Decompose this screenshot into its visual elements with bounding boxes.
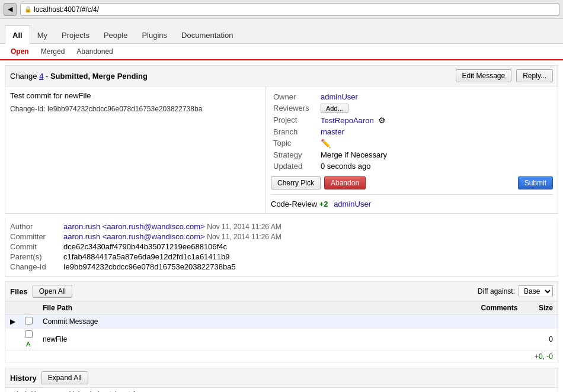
author-row: Author aaron.rush <aaron.rush@wandisco.c… [10,222,553,231]
diff-against-label: Diff against: [478,287,515,295]
back-icon: ◀ [8,5,12,13]
url-bar[interactable]: 🔒 localhost:4007/#/c/4/ [20,3,559,16]
row-arrow[interactable]: ▶ [5,315,21,329]
history-action-0: Uploaded patch set 1. [65,388,558,392]
diff-against-select[interactable]: Base [519,285,553,297]
url-text: localhost:4007/#/c/4/ [34,5,99,14]
change-detail: Test commit for newFile Change-Id: Ie9bb… [5,86,558,214]
row-checkbox[interactable] [25,317,33,324]
commit-msg-path[interactable]: Commit Message [38,315,475,329]
author-date: Nov 11, 2014 11:26 AM [207,223,281,231]
edit-message-button[interactable]: Edit Message [456,69,512,82]
expand-all-button[interactable]: Expand All [41,371,88,384]
sub-nav-abandoned[interactable]: Abandoned [71,45,119,58]
file-comments [475,329,523,351]
nav-item-projects[interactable]: Projects [55,26,97,43]
owner-row: Owner adminUser [271,91,553,102]
committer-value: aaron.rush <aaron.rush@wandisco.com> Nov… [63,232,553,241]
vote-label: Code-Review [271,200,317,208]
files-title: Files [10,287,28,296]
updated-row: Updated 0 seconds ago [271,160,553,172]
file-status-badge: A [26,340,30,348]
project-label: Project [271,114,318,126]
committer-link[interactable]: aaron.rush <aaron.rush@wandisco.com> [63,232,205,241]
commit-row: Commit dce62c3430aff4790b44b35071219ee68… [10,242,553,251]
row-checkbox-cell-2: A [20,329,38,351]
nav-item-my[interactable]: My [30,26,55,43]
history-title: History [10,374,37,383]
nav-item-all[interactable]: All [5,25,30,44]
gear-icon[interactable]: ⚙ [378,115,386,125]
history-section-header: History Expand All [5,368,558,388]
lock-icon: 🔒 [24,6,31,12]
nav-item-people[interactable]: People [97,26,135,43]
file-size: 0 [523,329,558,351]
change-status: Submitted, Merge Pending [50,72,148,81]
size-col-header: Size [523,301,558,315]
reply-button[interactable]: Reply... [516,69,553,82]
file-table-header: File Path Comments Size [5,301,558,315]
branch-row: Branch master [271,126,553,137]
sub-nav-merged[interactable]: Merged [35,45,71,58]
owner-label: Owner [271,91,318,102]
add-reviewer-button[interactable]: Add... [321,104,348,113]
strategy-label: Strategy [271,149,318,160]
nav-item-documentation[interactable]: Documentation [174,26,240,43]
table-row: ▶ Commit Message [5,315,558,329]
edit-topic-icon[interactable]: ✏️ [321,139,331,148]
checkbox-col-header [20,301,38,315]
divider [271,194,553,195]
change-number-link[interactable]: 4 [39,72,43,81]
updated-label: Updated [271,160,318,172]
reviewers-row: Reviewers Add... [271,102,553,114]
branch-label: Branch [271,126,318,137]
comments-col-header: Comments [475,301,523,315]
sub-nav: Open Merged Abandoned [0,44,563,60]
nav-item-plugins[interactable]: Plugins [135,26,174,43]
row-checkbox-2[interactable] [25,330,33,338]
row-arrow-empty [5,329,21,351]
strategy-row: Strategy Merge if Necessary [271,149,553,160]
vote-value: +2 [319,200,328,208]
history-table: adminUser Uploaded patch set 1. adminUse… [5,388,558,392]
commit-label: Commit [10,242,63,251]
change-header: Change 4 - Submitted, Merge Pending Edit… [5,65,558,86]
parents-row: Parent(s) c1fab4884417a5a87e6da9e12d2fd1… [10,252,553,261]
committer-label: Committer [10,232,63,241]
commit-value: dce62c3430aff4790b44b35071219ee688106f4c [63,242,553,251]
reviewers-label: Reviewers [271,102,318,114]
parents-value: c1fab4884417a5a87e6da9e12d2fd1c1a61411b9 [63,252,553,261]
vote-line: Code-Review +2 adminUser [271,200,553,208]
change-title: Change 4 - Submitted, Merge Pending [10,72,451,81]
change-id-display: Change-Id: Ie9bb974232cbdcc96e078d16753e… [10,105,261,113]
row-checkbox-cell [20,315,38,329]
submit-button[interactable]: Submit [518,176,553,189]
left-panel: Test commit for newFile Change-Id: Ie9bb… [5,86,266,213]
vote-user-link[interactable]: adminUser [334,200,371,208]
open-all-button[interactable]: Open All [33,285,72,298]
parents-label: Parent(s) [10,252,63,261]
cherry-pick-button[interactable]: Cherry Pick [271,176,321,189]
metadata-section: Author aaron.rush <aaron.rush@wandisco.c… [5,219,558,277]
strategy-value: Merge if Necessary [318,149,553,160]
project-row: Project TestRepoAaron ⚙ [271,114,553,126]
branch-link[interactable]: master [321,127,344,136]
files-section-header: Files Open All Diff against: Base [5,281,558,301]
diff-against-control: Diff against: Base [478,285,553,297]
committer-row: Committer aaron.rush <aaron.rush@wandisc… [10,232,553,241]
main-content: Change 4 - Submitted, Merge Pending Edit… [0,60,563,392]
author-link[interactable]: aaron.rush <aaron.rush@wandisco.com> [63,222,205,231]
file-table: File Path Comments Size ▶ Commit Message… [5,301,558,363]
abandon-button[interactable]: Abandon [324,176,366,189]
change-id-meta-label: Change-Id [10,262,63,271]
top-nav: All My Projects People Plugins Documenta… [0,19,563,44]
owner-link[interactable]: adminUser [321,92,358,101]
sub-nav-open[interactable]: Open [5,45,35,58]
file-path[interactable]: newFile [38,329,475,351]
list-item: adminUser Uploaded patch set 1. [5,388,558,392]
author-value: aaron.rush <aaron.rush@wandisco.com> Nov… [63,222,553,231]
commit-msg-comments [475,315,523,329]
back-button[interactable]: ◀ [4,3,17,16]
project-link[interactable]: TestRepoAaron [321,116,374,125]
action-buttons: Cherry Pick Abandon Submit [271,176,553,189]
